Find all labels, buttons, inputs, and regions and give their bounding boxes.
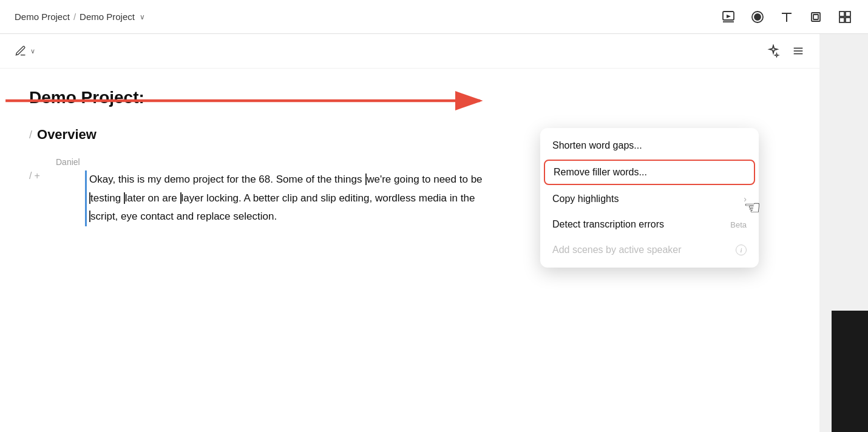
breadcrumb-current[interactable]: Demo Project ∨: [80, 12, 145, 22]
svg-marker-1: [727, 15, 731, 18]
transcript-word-2: we're going to need to be: [367, 174, 482, 185]
section-slash: /: [29, 129, 32, 141]
main-area: ∨: [0, 34, 868, 432]
beta-badge: Beta: [730, 220, 747, 229]
add-scenes-item: Add scenes by active speaker i: [540, 237, 759, 263]
top-bar: Demo Project / Demo Project ∨: [0, 0, 868, 34]
svg-rect-9: [839, 12, 844, 16]
remove-filler-words-item[interactable]: Remove filler words... ☜: [544, 160, 755, 185]
crop-icon[interactable]: [807, 8, 824, 25]
toolbar-right: [764, 41, 805, 61]
row-controls: / +: [29, 170, 53, 181]
grid-icon[interactable]: [836, 8, 853, 25]
svg-rect-12: [846, 18, 850, 22]
ai-sparkle-button[interactable]: [764, 41, 783, 61]
slash-control[interactable]: /: [29, 170, 32, 181]
transcript-word-5: later on are: [125, 192, 180, 204]
svg-rect-10: [846, 12, 850, 16]
breadcrumb-base: Demo Project: [15, 12, 70, 22]
pen-tool-button[interactable]: ∨: [15, 45, 35, 57]
remove-filler-words-label: Remove filler words...: [554, 167, 745, 178]
add-scenes-label: Add scenes by active speaker: [552, 245, 736, 255]
plus-control[interactable]: +: [34, 170, 39, 181]
project-title: Demo Project:: [29, 88, 790, 107]
breadcrumb: Demo Project / Demo Project ∨: [15, 12, 145, 22]
svg-rect-8: [813, 15, 818, 19]
detect-transcription-item[interactable]: Detect transcription errors Beta: [540, 212, 759, 237]
copy-highlights-label: Copy highlights: [552, 194, 744, 204]
editor-toolbar: ∨: [0, 34, 819, 69]
breadcrumb-separator: /: [73, 12, 76, 22]
transcript-word: Okay, this is my demo project for the 68…: [89, 174, 365, 185]
list-view-button[interactable]: [792, 44, 805, 58]
breadcrumb-chevron-icon: ∨: [140, 13, 145, 21]
transcript-word-4: testing: [90, 192, 124, 204]
transcript-text[interactable]: Okay, this is my demo project for the 68…: [85, 170, 483, 226]
right-panel: [819, 34, 868, 432]
detect-transcription-label: Detect transcription errors: [552, 219, 730, 230]
shorten-word-gaps-item[interactable]: Shorten word gaps...: [540, 133, 759, 158]
svg-rect-11: [839, 18, 844, 22]
transcript-word-6: layer locking. A better clip and slip ed…: [181, 192, 475, 204]
play-icon[interactable]: [720, 8, 737, 25]
editor-area: ∨: [0, 34, 819, 432]
text-icon[interactable]: [778, 8, 795, 25]
copy-highlights-item[interactable]: Copy highlights ›: [540, 186, 759, 212]
transcript-word-8: script, eye contact and replace selectio…: [90, 211, 277, 222]
record-icon[interactable]: [749, 8, 766, 25]
dropdown-menu: Shorten word gaps... Remove filler words…: [540, 128, 759, 268]
submenu-arrow-icon: ›: [744, 194, 747, 204]
pen-dropdown-arrow: ∨: [30, 47, 35, 55]
video-preview: [832, 311, 868, 432]
section-title: Overview: [37, 127, 97, 143]
svg-point-3: [754, 14, 761, 20]
shorten-word-gaps-label: Shorten word gaps...: [552, 140, 747, 151]
info-icon: i: [736, 245, 747, 255]
top-icons: [720, 8, 853, 25]
